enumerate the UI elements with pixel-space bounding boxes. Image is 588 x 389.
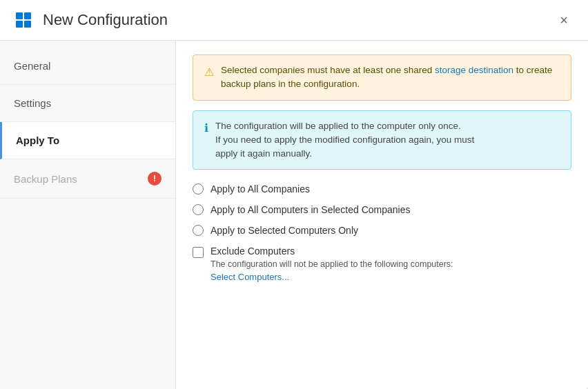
warning-alert: ⚠ Selected companies must have at least … (193, 54, 571, 101)
warning-text-middle: to (513, 65, 527, 75)
select-computers-link[interactable]: Select Computers... (210, 272, 453, 282)
content-area: ⚠ Selected companies must have at least … (176, 41, 588, 389)
sidebar-item-general-label: General (14, 60, 50, 72)
radio-selected-computers-label: Apply to Selected Computers Only (210, 225, 358, 236)
windows-logo-icon (14, 10, 33, 30)
info-line1: The configuration will be applied to the… (215, 119, 474, 133)
sidebar-item-general[interactable]: General (0, 48, 175, 85)
radio-selected-computers-input[interactable] (193, 225, 204, 236)
radio-selected-computers[interactable]: Apply to Selected Computers Only (193, 225, 571, 236)
warning-alert-text: Selected companies must have at least on… (221, 63, 560, 92)
radio-all-companies[interactable]: Apply to All Companies (193, 183, 571, 194)
modal-container: New Configuration × General Settings App… (0, 0, 588, 389)
windows-icon (16, 12, 31, 28)
sidebar: General Settings Apply To Backup Plans ! (0, 41, 176, 389)
info-line3: apply it again manually. (215, 147, 474, 161)
radio-selected-companies[interactable]: Apply to All Computers in Selected Compa… (193, 204, 571, 215)
radio-all-companies-input[interactable] (193, 183, 204, 194)
checkbox-exclude-computers[interactable]: Exclude Computers The configuration will… (193, 246, 571, 282)
close-button[interactable]: × (553, 10, 574, 30)
modal-body: General Settings Apply To Backup Plans !… (0, 41, 588, 389)
radio-all-companies-label: Apply to All Companies (210, 183, 310, 194)
info-icon: ℹ (204, 120, 208, 137)
sidebar-item-settings-label: Settings (14, 97, 51, 109)
sidebar-item-backup-plans-label: Backup Plans (14, 173, 77, 185)
radio-selected-companies-label: Apply to All Computers in Selected Compa… (210, 204, 410, 215)
radio-selected-companies-input[interactable] (193, 204, 204, 215)
sidebar-item-backup-plans[interactable]: Backup Plans ! (0, 159, 175, 199)
info-alert: ℹ The configuration will be applied to t… (193, 110, 571, 170)
apply-to-radio-group: Apply to All Companies Apply to All Comp… (193, 183, 571, 282)
storage-destination-link[interactable]: storage destination (435, 65, 513, 75)
sidebar-item-apply-to-label: Apply To (16, 134, 59, 146)
modal-header: New Configuration × (0, 0, 588, 41)
info-alert-text: The configuration will be applied to the… (215, 119, 474, 161)
checkbox-exclude-label: Exclude Computers (210, 246, 453, 257)
checkbox-exclude-sub: Exclude Computers The configuration will… (210, 246, 453, 282)
sidebar-item-settings[interactable]: Settings (0, 85, 175, 122)
checkbox-exclude-subtext: The configuration will not be applied to… (210, 259, 453, 269)
backup-plans-error-badge: ! (148, 172, 161, 186)
warning-text-before: Selected companies must have at least on… (221, 65, 435, 75)
checkbox-exclude-computers-input[interactable] (193, 247, 204, 258)
sidebar-item-apply-to[interactable]: Apply To (0, 122, 175, 159)
warning-icon: ⚠ (204, 64, 214, 81)
modal-title: New Configuration (43, 11, 553, 29)
info-line2: If you need to apply the modified config… (215, 133, 474, 147)
